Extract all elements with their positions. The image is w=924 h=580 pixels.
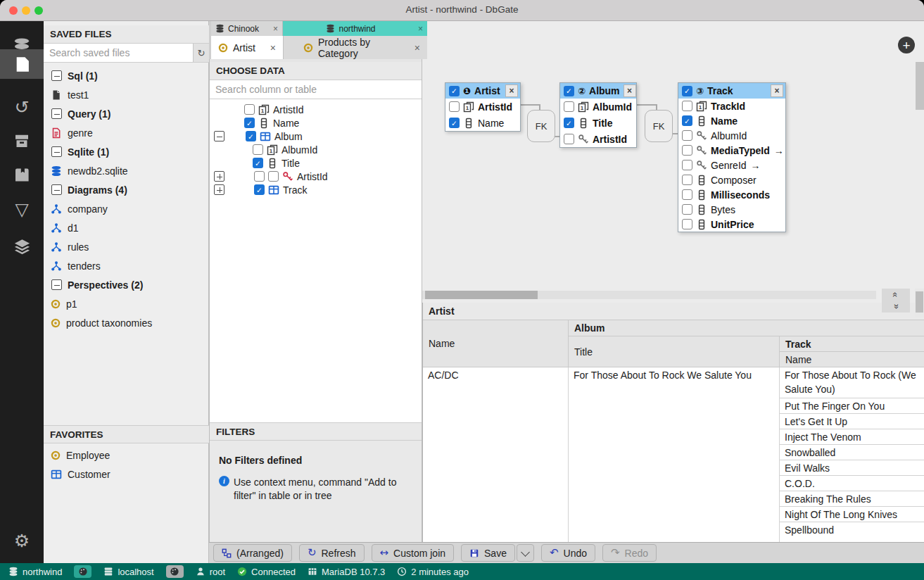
designer-column-row[interactable]: Composer [678, 172, 785, 187]
table-checkbox[interactable] [682, 86, 692, 96]
grid-cell-track-name[interactable]: Evil Walks [780, 460, 924, 476]
designer-column-row[interactable]: MediaTypeId→ [678, 143, 785, 158]
column-checkbox[interactable] [449, 101, 460, 112]
join-checkbox[interactable] [268, 171, 279, 182]
expand-icon[interactable] [214, 184, 224, 195]
column-checkbox[interactable] [244, 104, 255, 115]
designer-table-header[interactable]: ❶ Artist × [445, 83, 520, 99]
grid-cell-track-name[interactable]: Breaking The Rules [780, 491, 924, 507]
list-item[interactable]: test1 [44, 85, 209, 104]
designer-column-row[interactable]: Bytes [678, 202, 785, 217]
column-checkbox[interactable] [682, 189, 692, 200]
collapse-icon[interactable] [214, 131, 224, 141]
column-checkbox[interactable] [244, 118, 255, 128]
table-checkbox[interactable] [449, 86, 460, 96]
tree-column-row[interactable]: AlbumId [210, 143, 422, 156]
scrollbar-thumb[interactable] [425, 291, 538, 299]
designer-column-row[interactable]: TrackId [678, 99, 785, 113]
rail-book-icon[interactable] [0, 160, 44, 189]
list-item[interactable]: newdb2.sqlite [44, 161, 209, 180]
refresh-button[interactable]: ↻Refresh [299, 544, 365, 562]
collapse-icon[interactable] [51, 146, 62, 157]
fk-join-badge[interactable]: FK [527, 110, 555, 142]
canvas-horizontal-scrollbar[interactable] [422, 291, 876, 299]
close-icon[interactable]: × [505, 84, 518, 97]
list-item[interactable]: d1 [44, 218, 209, 237]
custom-join-button[interactable]: ↔Custom join [372, 544, 455, 562]
designer-column-row[interactable]: Name [445, 115, 520, 131]
status-database[interactable]: northwind [8, 567, 62, 577]
column-checkbox[interactable] [254, 171, 265, 182]
column-checkbox[interactable] [682, 160, 692, 170]
table-checkbox[interactable] [246, 131, 256, 141]
rail-files-icon[interactable] [0, 49, 44, 79]
scrollbar-thumb[interactable] [916, 291, 923, 313]
rail-funnel-icon[interactable]: ▽ [0, 194, 44, 224]
tree-table-row[interactable]: Track [210, 183, 422, 196]
redo-button[interactable]: ↷Redo [602, 544, 657, 562]
designer-table-header[interactable]: ③ Track × [678, 83, 785, 99]
designer-column-row[interactable]: UnitPrice [678, 217, 785, 232]
tree-column-row[interactable]: Name [210, 116, 422, 130]
grid-cell-track-name[interactable]: Put The Finger On You [780, 398, 924, 414]
grid-cell-track-name[interactable]: Snowballed [780, 445, 924, 460]
collapse-icon[interactable] [51, 184, 62, 195]
grid-vertical-scrollbar[interactable] [915, 289, 924, 317]
grid-cell-track-name[interactable]: Spellbound [780, 522, 924, 538]
grid-header-track-group[interactable]: Track [780, 336, 924, 352]
grid-cell-track-name[interactable]: Night Of The Long Knives [780, 507, 924, 522]
designer-column-row[interactable]: GenreId→ [678, 158, 785, 172]
arranged-button[interactable]: (Arranged) [213, 544, 292, 562]
collapse-down-button[interactable]: « [882, 301, 910, 313]
column-checkbox[interactable] [253, 158, 263, 168]
collapse-up-button[interactable]: « [882, 289, 910, 301]
designer-column-row[interactable]: Milliseconds [678, 187, 785, 202]
column-checkbox[interactable] [682, 115, 692, 126]
designer-column-row[interactable]: AlbumId [560, 99, 636, 115]
status-server[interactable]: localhost [103, 567, 153, 577]
designer-table-track[interactable]: ③ Track × TrackId Name AlbumId MediaType… [678, 82, 786, 232]
close-icon[interactable]: × [624, 84, 636, 97]
grid-header-artist-name[interactable]: Name [423, 320, 569, 367]
close-icon[interactable]: × [270, 42, 276, 53]
grid-header-track-name[interactable]: Name [780, 352, 924, 367]
table-checkbox[interactable] [254, 184, 265, 195]
rail-history-icon[interactable]: ↺ [0, 92, 44, 122]
list-item[interactable]: genre [44, 123, 209, 142]
column-checkbox[interactable] [564, 118, 574, 128]
grid-cell-track-name[interactable]: Let's Get It Up [780, 414, 924, 429]
saved-files-group[interactable]: Diagrams (4) [44, 180, 209, 199]
connection-tab-northwind[interactable]: northwind × [283, 21, 427, 36]
column-checkbox[interactable] [682, 130, 692, 141]
rail-settings-gear-icon[interactable]: ⚙ [0, 526, 44, 555]
tree-column-row[interactable]: Title [210, 156, 422, 170]
saved-files-group[interactable]: Perspectives (2) [44, 275, 209, 294]
saved-files-group[interactable]: Sql (1) [44, 66, 209, 85]
rail-archive-icon[interactable] [0, 126, 44, 156]
collapse-icon[interactable] [51, 108, 62, 119]
server-color-badge[interactable] [166, 565, 184, 578]
close-icon[interactable]: × [414, 42, 420, 53]
save-button[interactable]: Save [461, 544, 515, 562]
column-checkbox[interactable] [682, 145, 692, 156]
designer-column-row[interactable]: AlbumId [678, 128, 785, 143]
column-checkbox[interactable] [564, 134, 574, 144]
column-checkbox[interactable] [449, 118, 460, 128]
column-checkbox[interactable] [564, 101, 574, 112]
collapse-icon[interactable] [51, 70, 62, 81]
saved-files-group[interactable]: Query (1) [44, 104, 209, 123]
favorite-item[interactable]: Employee [44, 446, 209, 465]
choose-data-search-input[interactable] [210, 80, 422, 99]
tree-table-row[interactable]: Album [210, 130, 422, 143]
saved-files-refresh-icon[interactable]: ↻ [193, 44, 209, 62]
designer-table-album[interactable]: ② Album × AlbumId Title ArtistId [559, 82, 637, 148]
designer-column-row[interactable]: ArtistId [560, 131, 636, 147]
database-color-badge[interactable] [74, 565, 91, 578]
file-tab-artist[interactable]: Artist × [211, 36, 283, 59]
close-icon[interactable]: × [273, 24, 278, 34]
expand-icon[interactable] [214, 171, 224, 182]
close-icon[interactable]: × [418, 24, 423, 34]
column-checkbox[interactable] [682, 175, 692, 185]
query-designer-canvas[interactable]: + FK FK ❶ Artist × ArtistId Name ② Alb [422, 21, 924, 303]
column-checkbox[interactable] [682, 204, 692, 215]
